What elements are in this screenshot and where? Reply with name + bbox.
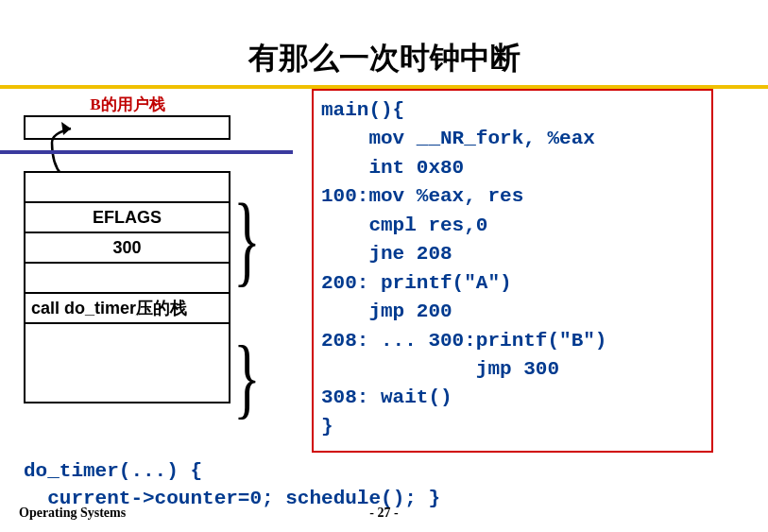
- code-line: main(){: [321, 99, 404, 121]
- divider-blue: [0, 150, 293, 154]
- code-line: cmpl res,0: [321, 215, 487, 236]
- left-column: B的用户栈 EFLAGS 300 call do_timer压的栈 } }: [24, 94, 298, 140]
- code-line: jmp 200: [321, 300, 452, 322]
- code-box: main(){ mov __NR_fork, %eax int 0x80 100…: [312, 89, 713, 453]
- code-line: 100:mov %eax, res: [321, 185, 523, 207]
- stack-row-blank-mid: [26, 264, 229, 294]
- stack-row-call-frame: call do_timer压的栈: [26, 294, 229, 324]
- content-area: B的用户栈 EFLAGS 300 call do_timer压的栈 } } ma…: [0, 89, 768, 495]
- bottom-code: do_timer(...) { current->counter=0; sche…: [24, 457, 440, 513]
- code-line: 208: ... 300:printf("B"): [321, 330, 606, 352]
- stack-row-eflags: EFLAGS: [26, 203, 229, 233]
- brace-icon-upper: }: [233, 189, 261, 291]
- code-line: jmp 300: [321, 358, 559, 380]
- kernel-stack: EFLAGS 300 call do_timer压的栈: [24, 171, 230, 403]
- code-line: do_timer(...) {: [24, 460, 202, 482]
- code-line: 200: printf("A"): [321, 272, 512, 294]
- code-line: int 0x80: [321, 157, 464, 179]
- stack-row-blank-top: [26, 173, 229, 203]
- stack-row-retaddr: 300: [26, 233, 229, 264]
- code-line: 308: wait(): [321, 386, 452, 408]
- stack-row-big: [26, 324, 229, 402]
- user-stack-label: B的用户栈: [24, 94, 231, 115]
- slide-title: 有那么一次时钟中断: [0, 38, 768, 79]
- code-line: mov __NR_fork, %eax: [321, 128, 595, 149]
- code-line: }: [321, 416, 333, 438]
- footer-page: - 27 -: [0, 506, 768, 521]
- svg-marker-0: [61, 122, 71, 135]
- brace-icon-lower: }: [233, 332, 261, 422]
- code-line: jne 208: [321, 243, 452, 265]
